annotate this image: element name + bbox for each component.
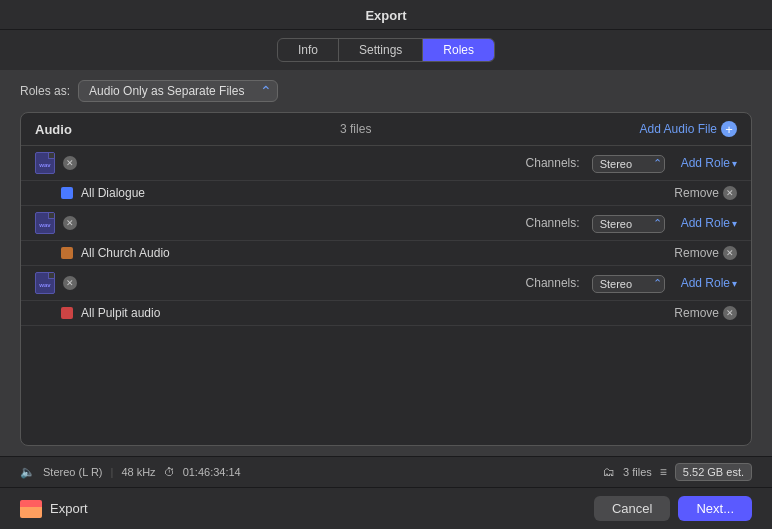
remove-label-1: Remove [674,186,719,200]
panel-header: Audio 3 files Add Audio File + [21,113,751,146]
subrole-label-3: All Pulpit audio [81,306,666,320]
main-content: Roles as: Audio Only as Separate Files M… [0,70,772,456]
duration: 01:46:34:14 [183,466,241,478]
panel-file-count: 3 files [340,122,371,136]
channels-label-3: Channels: [526,276,580,290]
stereo-select-3[interactable]: Stereo Mono Surround [592,275,665,293]
remove-x-3-icon[interactable]: ✕ [723,306,737,320]
wav-file-icon-2: wav [35,212,55,234]
subrole-row-3: All Pulpit audio Remove ✕ [21,301,751,326]
roles-as-row: Roles as: Audio Only as Separate Files M… [20,80,752,102]
add-audio-label: Add Audio File [640,122,717,136]
wav-file-icon-1: wav [35,152,55,174]
remove-label-3: Remove [674,306,719,320]
remove-x-1-icon[interactable]: ✕ [723,186,737,200]
remove-subrole-button-1[interactable]: Remove ✕ [674,186,737,200]
sample-rate: 48 kHz [121,466,155,478]
dialogue-color-box [61,187,73,199]
tab-bar: Info Settings Roles [0,30,772,70]
audio-entries: wav ✕ Channels: Stereo Mono Surround ⌃ A… [21,146,751,445]
stereo-select-wrapper-2: Stereo Mono Surround ⌃ [592,214,665,233]
panel-audio-title: Audio [35,122,72,137]
window-title: Export [365,8,406,23]
add-role-label-3: Add Role [681,276,730,290]
remove-file-2-icon[interactable]: ✕ [63,216,77,230]
tab-info[interactable]: Info [278,39,339,61]
status-bar: 🔈 Stereo (L R) | 48 kHz ⏱ 01:46:34:14 🗂 … [0,456,772,487]
wav-file-icon-3: wav [35,272,55,294]
roles-as-select[interactable]: Audio Only as Separate Files Multitrack … [78,80,278,102]
size-estimate-badge: 5.52 GB est. [675,463,752,481]
export-label: Export [50,501,88,516]
add-audio-plus-icon: + [721,121,737,137]
remove-file-1-icon[interactable]: ✕ [63,156,77,170]
export-icon [20,500,42,518]
audio-panel: Audio 3 files Add Audio File + wav ✕ Cha… [20,112,752,446]
subrole-label-2: All Church Audio [81,246,666,260]
remove-label-2: Remove [674,246,719,260]
add-audio-file-button[interactable]: Add Audio File + [640,121,737,137]
remove-subrole-button-3[interactable]: Remove ✕ [674,306,737,320]
subrole-row-1: All Dialogue Remove ✕ [21,181,751,206]
stereo-select-1[interactable]: Stereo Mono Surround [592,155,665,173]
audio-format: Stereo (L R) [43,466,103,478]
bottom-bar: Export Cancel Next... [0,487,772,529]
roles-as-select-wrapper: Audio Only as Separate Files Multitrack … [78,80,278,102]
add-role-chevron-2-icon: ▾ [732,218,737,229]
subrole-row-2: All Church Audio Remove ✕ [21,241,751,266]
channels-label-1: Channels: [526,156,580,170]
next-button[interactable]: Next... [678,496,752,521]
subrole-label-1: All Dialogue [81,186,666,200]
add-role-chevron-3-icon: ▾ [732,278,737,289]
remove-x-2-icon[interactable]: ✕ [723,246,737,260]
remove-file-3-icon[interactable]: ✕ [63,276,77,290]
clock-icon: ⏱ [164,466,175,478]
stereo-select-2[interactable]: Stereo Mono Surround [592,215,665,233]
tab-roles[interactable]: Roles [423,39,494,61]
list-icon: ≡ [660,465,667,479]
channels-label-2: Channels: [526,216,580,230]
add-role-chevron-1-icon: ▾ [732,158,737,169]
pulpit-color-box [61,307,73,319]
tab-group: Info Settings Roles [277,38,495,62]
title-bar: Export [0,0,772,30]
cancel-button[interactable]: Cancel [594,496,670,521]
wav-label-1: wav [39,162,50,168]
add-role-label-2: Add Role [681,216,730,230]
wav-label-2: wav [39,222,50,228]
file-row-2: wav ✕ Channels: Stereo Mono Surround ⌃ A… [21,206,751,241]
files-icon: 🗂 [603,465,615,479]
roles-as-label: Roles as: [20,84,70,98]
stereo-select-wrapper-1: Stereo Mono Surround ⌃ [592,154,665,173]
church-color-box [61,247,73,259]
file-row-3: wav ✕ Channels: Stereo Mono Surround ⌃ A… [21,266,751,301]
add-role-button-2[interactable]: Add Role ▾ [681,216,737,230]
add-role-button-3[interactable]: Add Role ▾ [681,276,737,290]
wav-label-3: wav [39,282,50,288]
tab-settings[interactable]: Settings [339,39,423,61]
stereo-select-wrapper-3: Stereo Mono Surround ⌃ [592,274,665,293]
remove-subrole-button-2[interactable]: Remove ✕ [674,246,737,260]
speaker-icon: 🔈 [20,465,35,479]
status-file-count: 3 files [623,466,652,478]
add-role-button-1[interactable]: Add Role ▾ [681,156,737,170]
file-row: wav ✕ Channels: Stereo Mono Surround ⌃ A… [21,146,751,181]
add-role-label-1: Add Role [681,156,730,170]
